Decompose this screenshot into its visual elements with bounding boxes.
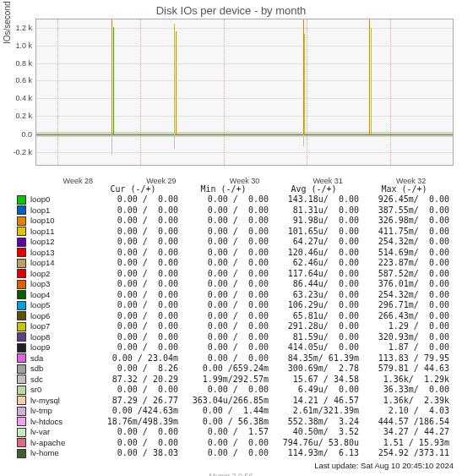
legend-swatch [17, 438, 26, 447]
legend-name: lv-htdocs [30, 417, 88, 428]
x-tick: Week 30 [230, 177, 259, 185]
last-update: Last update: Sat Aug 10 20:45:10 2024 [0, 461, 454, 470]
val-min: 0.00 / 0.00 [178, 279, 269, 290]
val-cur: 0.00 / 0.00 [88, 194, 178, 205]
val-max: 411.75m/ 0.00 [359, 227, 449, 238]
val-cur: 0.00 / 23.04m [88, 353, 178, 364]
hdr-cur: Cur (-/+) [88, 184, 178, 194]
val-cur: 0.00 / 38.03 [88, 448, 178, 459]
val-avg: 414.05u/ 0.00 [269, 342, 359, 353]
x-tick: Week 28 [63, 177, 93, 185]
x-tick: Week 31 [313, 177, 342, 185]
legend-row: lv-var0.00 / 0.000.00 / 1.5740.50m/ 3.52… [17, 427, 462, 438]
legend-swatch [17, 386, 26, 395]
val-min: 0.00 / 0.00 [178, 216, 269, 227]
legend-swatch [17, 216, 26, 226]
legend-swatch [17, 449, 26, 458]
legend-swatch [17, 322, 26, 331]
legend-swatch [17, 227, 26, 236]
val-max: 254.92 /373.11 [359, 448, 449, 459]
legend-row: loop100.00 / 0.000.00 / 0.0091.98u/ 0.00… [17, 216, 462, 227]
val-min: 0.00 /659.24m [178, 364, 269, 375]
val-cur: 0.00 / 0.00 [88, 205, 178, 216]
legend-swatch [17, 280, 26, 289]
val-cur: 0.00 / 0.00 [88, 321, 178, 332]
val-avg: 114.93m/ 6.13 [269, 448, 359, 459]
legend-swatch [17, 195, 26, 205]
val-avg: 81.31u/ 0.00 [269, 205, 359, 216]
legend-name: loop1 [30, 205, 88, 216]
legend-swatch [17, 364, 26, 374]
val-avg: 300.69m/ 2.78 [269, 364, 359, 375]
val-avg: 15.67 / 34.58 [269, 375, 359, 386]
val-cur: 87.29 / 26.77 [88, 396, 178, 407]
val-cur: 0.00 / 0.00 [88, 332, 178, 343]
legend-table: Cur (-/+) Min (-/+) Avg (-/+) Max (-/+) … [17, 184, 462, 459]
val-min: 0.00 / 1.57 [178, 427, 269, 438]
val-min: 0.00 / 56.38m [178, 417, 269, 428]
legend-row: sdc87.32 / 20.291.99m/292.57m15.67 / 34.… [17, 375, 462, 386]
val-avg: 143.18u/ 0.00 [269, 194, 359, 205]
val-cur: 0.00 / 0.00 [88, 258, 178, 269]
val-min: 0.00 / 0.00 [178, 448, 269, 459]
legend-swatch [17, 290, 26, 299]
legend-name: loop7 [30, 321, 88, 332]
legend-name: loop11 [30, 227, 88, 238]
legend-name: loop2 [30, 269, 88, 280]
plot-area: 1.2 k1.0 k0.8 k0.6 k0.4 k0.2 k0.0-0.2 k [35, 19, 454, 166]
val-min: 0.00 / 1.44m [178, 406, 269, 417]
val-avg: 2.61m/321.39m [269, 406, 359, 417]
val-max: 1.87 / 0.00 [359, 342, 449, 353]
legend-name: sr0 [30, 385, 88, 396]
val-avg: 40.50m/ 3.52 [269, 427, 359, 438]
val-cur: 0.00 / 0.00 [88, 300, 178, 311]
legend-row: loop90.00 / 0.000.00 / 0.00414.05u/ 0.00… [17, 342, 462, 353]
val-min: 0.00 / 0.00 [178, 269, 269, 280]
legend-row: sr00.00 / 0.000.00 / 0.006.49u/ 0.0036.3… [17, 385, 462, 396]
val-avg: 81.59u/ 0.00 [269, 332, 359, 343]
legend-row: lv-htdocs18.76m/498.39m0.00 / 56.38m552.… [17, 417, 462, 428]
x-tick: Week 32 [396, 177, 426, 185]
val-cur: 0.00 /424.63m [88, 406, 178, 417]
x-tick: Week 29 [146, 177, 176, 185]
y-tick: 1.2 k [15, 24, 32, 32]
val-min: 0.00 / 0.00 [178, 300, 269, 311]
legend-swatch [17, 353, 26, 363]
val-max: 1.36k/ 2.39k [359, 396, 449, 407]
val-cur: 0.00 / 0.00 [88, 269, 178, 280]
val-min: 0.00 / 0.00 [178, 321, 269, 332]
val-max: 514.69m/ 0.00 [359, 248, 449, 259]
val-max: 376.01m/ 0.00 [359, 279, 449, 290]
legend-row: loop110.00 / 0.000.00 / 0.00101.65u/ 0.0… [17, 227, 462, 238]
legend-row: loop20.00 / 0.000.00 / 0.00117.64u/ 0.00… [17, 269, 462, 280]
val-min: 0.00 / 0.00 [178, 194, 269, 205]
val-avg: 84.35m/ 61.39m [269, 353, 359, 364]
legend-row: lv-apache0.00 / 0.000.00 / 0.00794.76u/ … [17, 438, 462, 449]
val-avg: 552.38m/ 3.24 [269, 417, 359, 428]
val-avg: 106.29u/ 0.00 [269, 300, 359, 311]
legend-swatch [17, 428, 26, 437]
legend-swatch [17, 396, 26, 405]
val-avg: 117.64u/ 0.00 [269, 269, 359, 280]
val-max: 326.98m/ 0.00 [359, 216, 449, 227]
val-min: 0.00 / 0.00 [178, 438, 269, 449]
val-min: 0.00 / 0.00 [178, 342, 269, 353]
legend-row: loop10.00 / 0.000.00 / 0.0081.31u/ 0.003… [17, 205, 462, 216]
val-min: 0.00 / 0.00 [178, 290, 269, 301]
legend-row: lv-home0.00 / 38.030.00 / 0.00114.93m/ 6… [17, 448, 462, 459]
legend-swatch [17, 205, 26, 215]
legend-row: sda0.00 / 23.04m0.00 / 0.0084.35m/ 61.39… [17, 353, 462, 364]
legend-name: loop5 [30, 300, 88, 311]
val-avg: 794.76u/ 53.80u [269, 438, 359, 449]
legend-swatch [17, 269, 26, 278]
legend-name: lv-home [30, 448, 88, 459]
legend-row: loop80.00 / 0.000.00 / 0.0081.59u/ 0.003… [17, 332, 462, 343]
val-min: 0.00 / 0.00 [178, 248, 269, 259]
val-max: 587.52m/ 0.00 [359, 269, 449, 280]
legend-row: loop70.00 / 0.000.00 / 0.00291.28u/ 0.00… [17, 321, 462, 332]
legend-swatch [17, 301, 26, 310]
val-max: 1.36k/ 1.29k [359, 375, 449, 386]
legend-name: lv-mysql [30, 396, 88, 407]
legend-row: loop120.00 / 0.000.00 / 0.0064.27u/ 0.00… [17, 237, 462, 248]
y-tick: 0.6 k [15, 76, 32, 85]
